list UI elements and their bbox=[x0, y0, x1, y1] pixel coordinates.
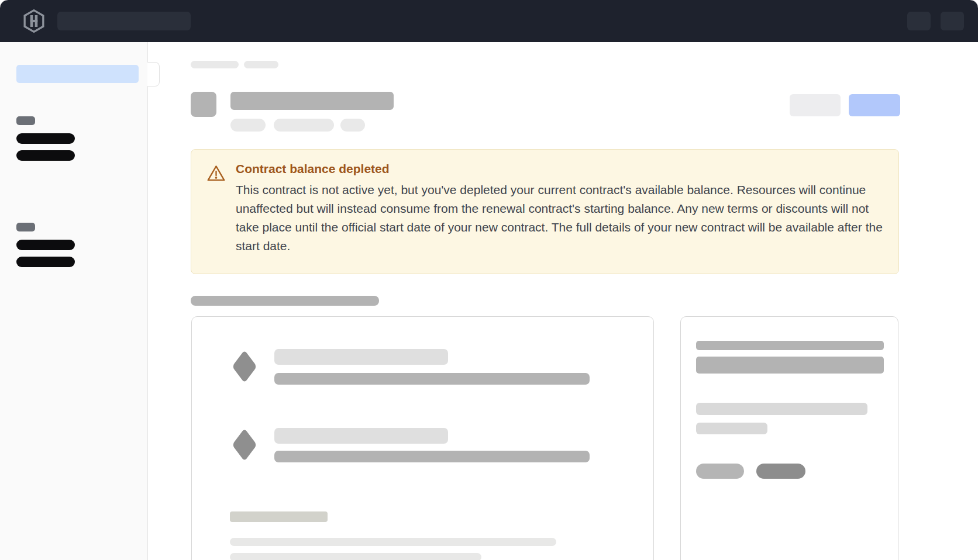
sidebar-section-label-placeholder bbox=[16, 223, 35, 231]
row-value-placeholder bbox=[274, 373, 590, 385]
page-icon-placeholder bbox=[191, 92, 216, 117]
alert-body-text: This contract is not active yet, but you… bbox=[236, 181, 884, 255]
sidebar-collapse-handle[interactable] bbox=[147, 62, 160, 87]
secondary-button-placeholder[interactable] bbox=[790, 94, 841, 116]
page-badge-placeholder bbox=[274, 119, 334, 132]
row-label-placeholder bbox=[274, 428, 448, 444]
side-card-pill-placeholder[interactable] bbox=[696, 464, 744, 479]
summary-side-card bbox=[680, 316, 898, 560]
sidebar-item-placeholder[interactable] bbox=[16, 150, 75, 161]
warning-triangle-icon bbox=[206, 164, 226, 182]
hashicorp-logo-icon bbox=[21, 8, 47, 34]
card-footer-label-placeholder bbox=[230, 511, 328, 522]
row-value-placeholder bbox=[274, 451, 590, 462]
primary-button-placeholder[interactable] bbox=[849, 94, 900, 116]
contract-warning-alert: Contract balance depleted This contract … bbox=[191, 149, 899, 274]
sidebar-item-placeholder[interactable] bbox=[16, 133, 75, 144]
page-title-placeholder bbox=[230, 92, 394, 110]
alert-title: Contract balance depleted bbox=[236, 161, 390, 177]
side-card-text-placeholder bbox=[696, 423, 767, 434]
side-card-text-placeholder bbox=[696, 403, 867, 415]
sidebar-item-placeholder[interactable] bbox=[16, 257, 75, 267]
row-label-placeholder bbox=[274, 349, 448, 365]
section-title-placeholder bbox=[191, 296, 379, 306]
card-footer-line-placeholder bbox=[230, 553, 481, 560]
side-card-pill-placeholder[interactable] bbox=[756, 464, 805, 479]
breadcrumb-placeholder[interactable] bbox=[244, 61, 278, 68]
user-menu-icon-button[interactable] bbox=[941, 12, 964, 30]
sidebar-item-active-placeholder[interactable] bbox=[16, 65, 139, 83]
page-badge-placeholder bbox=[340, 119, 365, 132]
breadcrumb-placeholder[interactable] bbox=[191, 61, 239, 68]
sidebar-item-placeholder[interactable] bbox=[16, 240, 75, 250]
top-navigation-bar bbox=[0, 0, 978, 42]
side-card-title-placeholder bbox=[696, 341, 884, 350]
help-icon-button[interactable] bbox=[907, 12, 931, 30]
card-footer-line-placeholder bbox=[230, 538, 556, 546]
side-card-heading-placeholder bbox=[696, 357, 884, 374]
app-window: Contract balance depleted This contract … bbox=[0, 0, 978, 560]
global-search-input[interactable] bbox=[57, 12, 191, 30]
sidebar-section-label-placeholder bbox=[16, 116, 35, 125]
page-badge-placeholder bbox=[230, 119, 266, 132]
